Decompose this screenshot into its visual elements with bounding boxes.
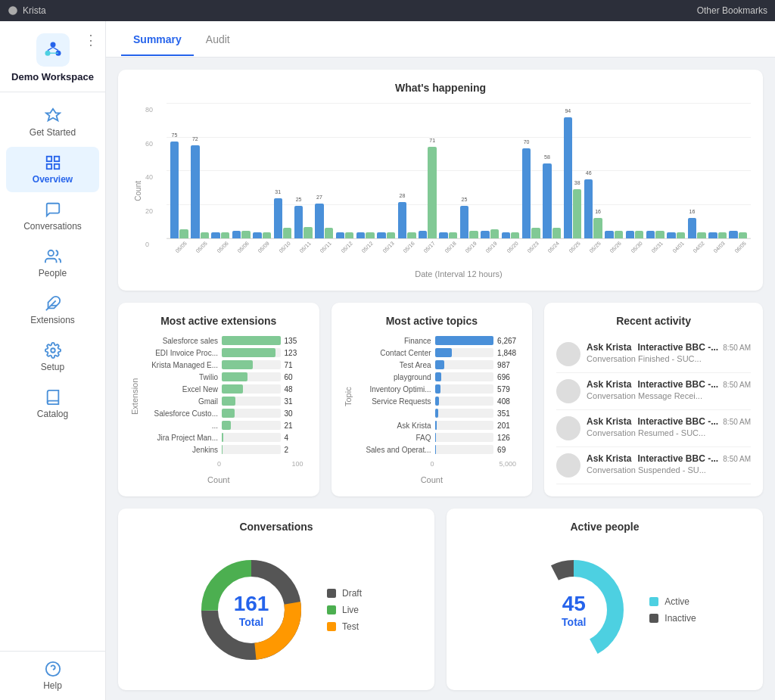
bar-green-0 xyxy=(179,229,188,238)
bar-blue-21 xyxy=(605,231,613,238)
bar-blue-14: 25 xyxy=(460,206,468,238)
help-button[interactable]: Help xyxy=(43,661,62,691)
topics-x-tick-0: 0 xyxy=(431,460,434,468)
x-label-0: 05/05 xyxy=(170,242,188,268)
x-label-26: 04/03 xyxy=(708,242,727,268)
activity-channel-2: Interactive BBC -... xyxy=(637,416,718,427)
activity-item-3: Ask KristaInteractive BBC -...8:50 AMCon… xyxy=(556,447,751,484)
h-bar-row-3: playground696 xyxy=(356,372,521,381)
h-bar-row-2: Krista Managed E...71 xyxy=(142,360,307,369)
x-label-1: 05/05 xyxy=(190,242,209,268)
h-bar-row-0: Salesforce sales135 xyxy=(142,336,307,345)
x-label-9: 05/12 xyxy=(356,242,375,268)
bar-green-11 xyxy=(407,232,416,239)
conversations-donut-chart: 161 Total xyxy=(191,549,312,670)
h-bar-track-9 xyxy=(435,445,494,454)
bar-blue-18: 58 xyxy=(543,163,551,238)
x-label-24: 04/01 xyxy=(667,242,686,268)
h-bar-fill-5 xyxy=(222,397,235,406)
workspace-more-button[interactable]: ⋮ xyxy=(84,32,98,48)
ext-x-tick-100: 100 xyxy=(292,460,303,468)
sidebar-item-extensions[interactable]: Extensions xyxy=(6,288,99,333)
h-bar-row-8: FAQ126 xyxy=(356,433,521,442)
tabs-header: Summary Audit xyxy=(106,21,775,58)
h-bar-track-4 xyxy=(435,384,494,394)
bar-green-22 xyxy=(635,231,643,238)
sidebar-label-people: People xyxy=(39,268,67,278)
y-tick-0: 0 xyxy=(145,241,167,248)
h-bar-value-1: 123 xyxy=(285,349,307,357)
bar-group-6: 25 xyxy=(294,103,313,238)
bar-green-8 xyxy=(345,232,353,239)
activity-name-2: Ask Krista xyxy=(587,416,631,427)
activity-name-0: Ask Krista xyxy=(587,342,631,353)
h-bar-fill-7 xyxy=(222,421,231,430)
x-label-21: 05/26 xyxy=(605,242,624,268)
workspace-name: Demo Workspace xyxy=(11,71,94,82)
h-bar-track-1 xyxy=(222,348,281,357)
svg-rect-10 xyxy=(54,164,58,169)
bar-group-15 xyxy=(480,103,499,238)
extensions-chart-title: Most active extensions xyxy=(130,315,307,327)
sidebar-item-people[interactable]: People xyxy=(6,241,99,286)
legend-item-draft: Draft xyxy=(327,588,362,599)
x-label-18: 05/24 xyxy=(542,242,561,268)
h-bar-fill-0 xyxy=(222,336,281,345)
bar-green-16 xyxy=(511,232,519,239)
activity-item-0: Ask KristaInteractive BBC -...8:50 AMCon… xyxy=(556,336,751,373)
svg-rect-9 xyxy=(46,164,51,169)
recent-activity-card: Recent activity Ask KristaInteractive BB… xyxy=(544,303,763,496)
activity-time-3: 8:50 AM xyxy=(723,455,751,463)
h-bar-label-7: Ask Krista xyxy=(356,422,431,430)
bar-group-24 xyxy=(667,103,686,238)
legend-dot-test xyxy=(327,622,336,631)
active-people-donut-chart: 45 Total xyxy=(513,549,634,670)
tab-audit[interactable]: Audit xyxy=(194,23,242,56)
sidebar-item-conversations[interactable]: Conversations xyxy=(6,194,99,239)
x-label-8: 05/12 xyxy=(335,242,354,268)
activity-name-3: Ask Krista xyxy=(587,453,631,464)
x-label-22: 05/30 xyxy=(625,242,644,268)
bar-blue-17: 70 xyxy=(522,148,531,238)
h-bar-track-5 xyxy=(435,397,494,406)
bar-blue-23 xyxy=(646,231,655,238)
sidebar-item-setup[interactable]: Setup xyxy=(6,334,99,380)
bar-green-14 xyxy=(469,231,478,238)
bar-group-5: 31 xyxy=(273,103,292,238)
sidebar-item-overview[interactable]: Overview xyxy=(6,147,99,192)
h-bar-fill-3 xyxy=(222,372,247,381)
h-bar-row-3: Twilio60 xyxy=(142,372,307,381)
h-bar-fill-1 xyxy=(222,348,275,357)
h-bar-track-0 xyxy=(222,336,281,345)
h-bar-value-5: 408 xyxy=(497,397,520,406)
x-label-11: 05/16 xyxy=(397,242,416,268)
topics-bars: Finance6,267Contact Center1,848Test Area… xyxy=(356,336,521,457)
h-bar-value-7: 201 xyxy=(497,422,520,430)
help-label: Help xyxy=(43,680,62,691)
legend-dot-inactive xyxy=(649,614,658,623)
sidebar-item-catalog[interactable]: Catalog xyxy=(6,381,99,427)
bar-group-13 xyxy=(439,103,458,238)
active-people-donut-title: Active people xyxy=(459,521,751,533)
h-bar-value-6: 30 xyxy=(285,409,307,418)
legend-item-live: Live xyxy=(327,605,362,615)
bookmarks-label: Other Bookmarks xyxy=(697,5,767,16)
h-bar-value-2: 71 xyxy=(285,361,307,369)
h-bar-fill-0 xyxy=(435,336,494,345)
topics-y-label: Topic xyxy=(344,336,353,457)
x-label-7: 05/11 xyxy=(315,242,334,268)
tab-summary[interactable]: Summary xyxy=(121,23,194,56)
h-bar-label-4: Excel New xyxy=(142,385,218,394)
extensions-chart-card: Most active extensions Extension Salesfo… xyxy=(118,303,319,496)
h-bar-label-8: Jira Project Man... xyxy=(142,434,218,442)
bar-blue-6: 25 xyxy=(294,206,303,238)
h-bar-label-0: Finance xyxy=(356,337,431,345)
bar-group-9 xyxy=(356,103,375,238)
middle-row: Most active extensions Extension Salesfo… xyxy=(118,303,763,496)
extensions-chart-inner: Extension Salesforce sales135EDI Invoice… xyxy=(130,336,307,457)
activity-content-0: Ask KristaInteractive BBC -...8:50 AMCon… xyxy=(587,342,751,363)
h-bar-fill-1 xyxy=(435,348,453,357)
legend-item-inactive: Inactive xyxy=(649,613,696,624)
bar-green-24 xyxy=(677,232,685,239)
sidebar-item-get-started[interactable]: Get Started xyxy=(6,100,99,145)
